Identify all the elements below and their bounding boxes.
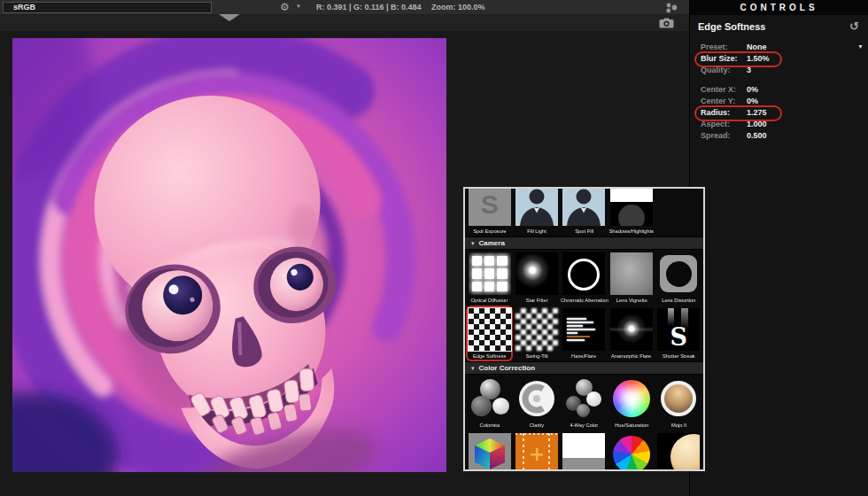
- param-label-spread: Spread:: [701, 131, 745, 140]
- effect-swing-tilt[interactable]: Swing-Tilt: [513, 306, 560, 361]
- param-value-blur-size[interactable]: 1.50%: [747, 54, 770, 63]
- effects-thumb-row: Optical DiffusionStar FilterChromatic Ab…: [465, 250, 703, 306]
- effect-edge-softness[interactable]: Edge Softness: [466, 306, 513, 361]
- zoom-readout: Zoom: 100.0%: [431, 3, 485, 12]
- effect-shadows-highlights[interactable]: Shadows/Highlights: [608, 187, 655, 236]
- effect-lens-distortion[interactable]: Lens Distortion: [655, 250, 702, 306]
- param-label-radius: Radius:: [701, 108, 745, 117]
- param-value-center-x[interactable]: 0%: [747, 85, 758, 94]
- four-way-color-thumbnail-icon[interactable]: [562, 377, 605, 420]
- white-gray-split-thumbnail-icon[interactable]: [562, 433, 605, 471]
- effect-rgb-cube[interactable]: [466, 430, 513, 471]
- star-filter-thumbnail-icon[interactable]: [515, 252, 558, 295]
- param-label-blur-size: Blur Size:: [701, 54, 745, 63]
- lens-distortion-thumbnail-icon[interactable]: [657, 252, 700, 295]
- spot-fill-thumbnail-icon[interactable]: [562, 187, 605, 226]
- fill-light-thumbnail-icon[interactable]: [515, 187, 558, 226]
- effect-label: Shutter Streak: [663, 352, 695, 360]
- effect-label: Optical Diffusion: [471, 296, 508, 304]
- param-row-preset[interactable]: Preset:None▼: [701, 41, 863, 52]
- effect-label: Fill Light: [527, 227, 546, 235]
- param-row-spread[interactable]: Spread:0.500: [701, 129, 863, 141]
- effect-label: Mojo II: [671, 421, 686, 429]
- gear-icon[interactable]: ⚙: [280, 1, 290, 13]
- effect-gold-circle[interactable]: [655, 430, 702, 471]
- effects-thumb-row: [465, 430, 703, 471]
- colorspace-selector[interactable]: sRGB: [3, 2, 212, 13]
- reset-icon[interactable]: ↺: [849, 19, 859, 33]
- param-row-center-y[interactable]: Center Y:0%: [701, 95, 863, 106]
- param-list: Preset:None▼Blur Size:1.50%Quality:3Cent…: [690, 35, 868, 141]
- effect-chromatic-aberration[interactable]: Chromatic Aberration: [561, 250, 608, 306]
- effect-clarity[interactable]: Clarity: [513, 375, 560, 430]
- orange-chart-thumbnail-icon[interactable]: [515, 433, 558, 471]
- viewer-canvas-skull-artwork[interactable]: [12, 38, 446, 472]
- shutter-streak-thumbnail-icon[interactable]: S: [657, 308, 700, 351]
- param-value-quality[interactable]: 3: [747, 66, 751, 74]
- panel-collapse-triangle-icon[interactable]: [219, 14, 240, 21]
- effects-browser-panel: SSpot ExposureFill LightSpot FillShadows…: [463, 187, 705, 471]
- optical-diffusion-thumbnail-icon[interactable]: [469, 252, 511, 295]
- effect-spot-exposure[interactable]: SSpot Exposure: [466, 187, 513, 236]
- lens-vignette-thumbnail-icon[interactable]: [610, 252, 653, 295]
- effects-section-header-color-correction[interactable]: ▾Color Correction: [465, 361, 703, 375]
- effect-mojo-ii[interactable]: Mojo II: [655, 375, 702, 430]
- param-value-aspect[interactable]: 1.000: [747, 120, 767, 128]
- effect-empty: [655, 187, 702, 236]
- effect-label: Spot Fill: [575, 227, 593, 235]
- empty-thumbnail-icon[interactable]: [657, 187, 700, 226]
- effect-hue-saturation[interactable]: Hue/Saturation: [608, 375, 655, 430]
- param-row-center-x[interactable]: Center X:0%: [701, 83, 863, 95]
- effect-orange-chart[interactable]: [513, 430, 560, 471]
- gold-circle-thumbnail-icon[interactable]: [657, 433, 700, 471]
- param-row-aspect[interactable]: Aspect:1.000: [701, 118, 863, 129]
- preset-dropdown-arrow-icon[interactable]: ▼: [857, 43, 864, 50]
- gear-dropdown-arrow-icon[interactable]: ▼: [296, 4, 301, 9]
- effect-label: Chromatic Aberration: [561, 296, 608, 304]
- param-label-center-x: Center X:: [701, 85, 745, 94]
- effect-colorista[interactable]: Colorista: [466, 375, 513, 430]
- param-value-radius[interactable]: 1.275: [747, 108, 767, 117]
- effect-haze-flare[interactable]: Haze/Flare: [561, 306, 608, 361]
- effect-anamorphic-flare[interactable]: Anamorphic Flare: [608, 306, 655, 361]
- section-collapse-icon: ▾: [471, 237, 475, 249]
- anamorphic-flare-thumbnail-icon[interactable]: [610, 308, 653, 351]
- chromatic-aberration-thumbnail-icon[interactable]: [562, 252, 605, 295]
- rgb-cube-thumbnail-icon[interactable]: [469, 433, 511, 471]
- param-row-quality[interactable]: Quality:3: [701, 64, 863, 75]
- effect-label: Lens Distortion: [662, 296, 695, 304]
- param-value-center-y[interactable]: 0%: [747, 97, 758, 105]
- shadows-highlights-thumbnail-icon[interactable]: [610, 187, 653, 226]
- effect-star-filter[interactable]: Star Filter: [513, 250, 560, 306]
- param-label-quality: Quality:: [701, 66, 745, 74]
- param-value-preset[interactable]: None: [747, 43, 767, 51]
- effect-label: Edge Softness: [473, 352, 506, 360]
- spot-exposure-thumbnail-icon[interactable]: S: [469, 187, 511, 226]
- effect-fill-light[interactable]: Fill Light: [513, 187, 560, 236]
- mojo-ii-thumbnail-icon[interactable]: [657, 377, 700, 420]
- hue-saturation-thumbnail-icon[interactable]: [610, 377, 653, 420]
- edge-softness-thumbnail-icon[interactable]: [469, 308, 511, 351]
- effect-label: Hue/Saturation: [615, 421, 648, 429]
- effect-four-way-color[interactable]: 4-Way Color: [561, 375, 608, 430]
- rainbow-wheel-thumbnail-icon[interactable]: [610, 433, 653, 471]
- param-row-blur-size[interactable]: Blur Size:1.50%: [701, 52, 863, 64]
- swing-tilt-thumbnail-icon[interactable]: [515, 308, 558, 351]
- param-label-preset: Preset:: [701, 43, 745, 51]
- colorista-thumbnail-icon[interactable]: [469, 377, 511, 420]
- effect-white-gray-split[interactable]: [561, 430, 608, 471]
- effect-shutter-streak[interactable]: SShutter Streak: [655, 306, 702, 361]
- controls-panel-header: CONTROLS: [690, 0, 868, 15]
- effects-section-header-camera[interactable]: ▾Camera: [465, 236, 703, 250]
- camera-snapshot-icon[interactable]: [659, 18, 674, 28]
- clarity-thumbnail-icon[interactable]: [515, 377, 558, 420]
- effect-spot-fill[interactable]: Spot Fill: [561, 187, 608, 236]
- effect-lens-vignette[interactable]: Lens Vignette: [608, 250, 655, 306]
- effect-rainbow-wheel[interactable]: [608, 430, 655, 471]
- snapshots-icon[interactable]: [664, 2, 680, 13]
- param-value-spread[interactable]: 0.500: [747, 131, 767, 140]
- effect-optical-diffusion[interactable]: Optical Diffusion: [466, 250, 513, 306]
- haze-flare-thumbnail-icon[interactable]: [562, 308, 605, 351]
- param-row-radius[interactable]: Radius:1.275: [701, 106, 863, 118]
- effects-thumb-row: ColoristaClarity4-Way ColorHue/Saturatio…: [465, 375, 703, 430]
